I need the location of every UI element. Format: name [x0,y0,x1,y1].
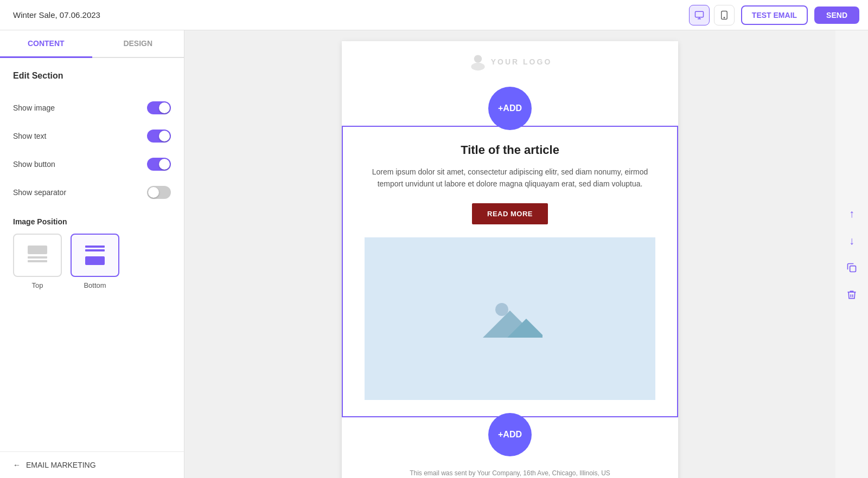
svg-point-2 [724,17,725,18]
sidebar: CONTENT DESIGN Edit Section Show image S… [0,30,184,478]
image-position-label: Image Position [13,217,171,226]
right-actions-panel: ↑ ↓ [835,30,868,478]
logo-text: YOUR LOGO [491,57,552,66]
canvas-area: YOUR LOGO +ADD Title of the article Lore… [184,30,835,478]
position-option-top[interactable]: Top [13,234,62,289]
position-box-top [13,234,62,277]
toggle-show-image: Show image [13,94,171,122]
svg-point-9 [474,55,482,62]
toggle-show-text: Show text [13,122,171,150]
svg-rect-8 [85,256,105,265]
email-footer: This email was sent by Your Company, 16t… [342,461,678,478]
add-section-top-button[interactable]: +ADD [488,87,532,130]
toggle-show-image-label: Show image [13,104,55,112]
main-layout: CONTENT DESIGN Edit Section Show image S… [0,30,868,478]
article-body: Lorem ipsum dolor sit amet, consectetur … [365,166,655,190]
article-title: Title of the article [365,143,655,157]
move-down-button[interactable]: ↓ [842,231,861,250]
svg-rect-7 [85,249,105,251]
read-more-button[interactable]: READ MORE [472,203,548,224]
test-email-button[interactable]: TEST EMAIL [741,5,808,25]
delete-button[interactable] [842,285,861,305]
campaign-title: Winter Sale, 07.06.2023 [9,10,682,20]
image-position-options: Top Bottom [13,234,171,289]
send-button[interactable]: SEND [814,7,859,24]
back-arrow-icon: ← [13,461,21,469]
position-top-label: Top [32,281,43,289]
toggle-show-image-switch[interactable] [147,101,171,114]
image-placeholder [365,237,655,400]
toggle-show-button: Show button [13,150,171,178]
canvas-wrapper: YOUR LOGO +ADD Title of the article Lore… [184,30,868,478]
sidebar-footer-label: EMAIL MARKETING [26,461,96,469]
canvas-inner: YOUR LOGO +ADD Title of the article Lore… [266,41,754,467]
toggle-show-image-knob [159,102,170,113]
logo-placeholder: YOUR LOGO [468,52,552,72]
svg-rect-14 [850,266,856,272]
toggle-show-text-label: Show text [13,132,46,140]
desktop-view-button[interactable] [689,5,710,25]
tab-design[interactable]: DESIGN [92,30,184,58]
toggle-show-separator: Show separator [13,178,171,206]
sidebar-tabs: CONTENT DESIGN [0,30,184,58]
view-toggle [689,5,735,25]
email-preview: YOUR LOGO +ADD Title of the article Lore… [342,41,678,478]
toggle-show-text-knob [159,131,170,141]
position-bottom-label: Bottom [84,281,106,289]
toggle-show-text-switch[interactable] [147,130,171,143]
toggle-show-button-switch[interactable] [147,158,171,171]
svg-rect-6 [85,246,105,248]
svg-rect-3 [28,246,47,254]
toggle-show-button-knob [159,159,170,170]
section-title: Edit Section [0,58,184,85]
svg-point-10 [471,63,484,70]
add-button-top-container: +ADD [342,82,678,126]
toggle-show-button-label: Show button [13,160,55,169]
position-option-bottom[interactable]: Bottom [71,234,119,289]
mobile-view-button[interactable] [714,5,735,25]
add-button-bottom-container: +ADD [342,417,678,461]
position-box-bottom [71,234,119,277]
toggle-show-separator-label: Show separator [13,188,66,197]
toggle-show-separator-switch[interactable] [147,186,171,199]
email-logo-area: YOUR LOGO [342,41,678,82]
svg-rect-4 [28,256,47,259]
email-footer-text: This email was sent by Your Company, 16t… [410,469,610,477]
duplicate-button[interactable] [842,258,861,277]
svg-point-11 [495,303,508,316]
svg-rect-5 [28,260,47,262]
sidebar-content: Show image Show text Show button Show se… [0,85,184,451]
move-up-button[interactable]: ↑ [842,204,861,223]
svg-rect-0 [695,11,703,17]
tab-content[interactable]: CONTENT [0,30,92,58]
toggle-show-separator-knob [148,187,159,198]
topbar: Winter Sale, 07.06.2023 TEST EMAIL SEND [0,0,868,30]
sidebar-footer[interactable]: ← EMAIL MARKETING [0,451,184,478]
section-block: Title of the article Lorem ipsum dolor s… [342,126,678,417]
add-section-bottom-button[interactable]: +ADD [488,413,532,456]
